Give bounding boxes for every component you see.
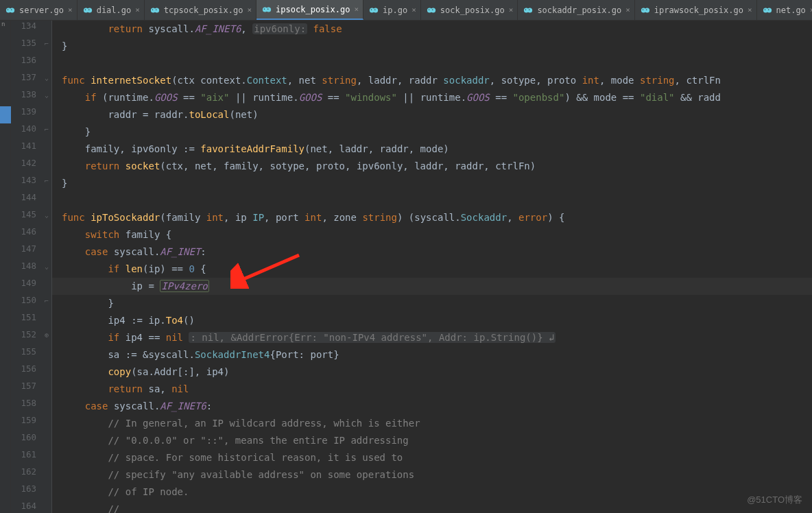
tab-iprawsock-posix-go[interactable]: iprawsock_posix.go ×	[635, 0, 757, 20]
svg-point-11	[156, 9, 156, 10]
go-file-icon	[523, 5, 533, 15]
code-line: raddr = raddr.toLocal(net)	[62, 106, 259, 123]
fold-icon[interactable]: ⌐	[45, 177, 49, 184]
code-line: //	[62, 501, 119, 513]
svg-point-29	[645, 8, 649, 12]
svg-point-31	[646, 9, 647, 10]
code-line: }	[62, 295, 114, 312]
tab-ipsock-posix-go[interactable]: ipsock_posix.go ×	[256, 0, 363, 20]
svg-point-22	[429, 9, 429, 10]
code-line: switch family {	[62, 226, 171, 243]
svg-point-21	[431, 8, 435, 12]
line-number: 158	[13, 398, 36, 408]
close-icon[interactable]: ×	[509, 5, 514, 14]
go-file-icon	[427, 5, 436, 15]
close-icon[interactable]: ×	[135, 5, 140, 14]
line-number: 135	[13, 38, 36, 48]
go-file-icon	[83, 5, 93, 15]
tab-server-go[interactable]: server.go ×	[0, 0, 77, 20]
line-number: 149	[13, 278, 36, 288]
svg-point-26	[525, 9, 526, 10]
tab-net-go[interactable]: net.go ×	[757, 0, 813, 20]
tab-label: tcpsock_posix.go	[164, 5, 243, 15]
svg-point-27	[529, 9, 529, 10]
go-file-icon	[763, 5, 772, 15]
line-number: 143	[13, 175, 36, 185]
line-number: 155	[13, 346, 36, 357]
tab-sockaddr-posix-go[interactable]: sockaddr_posix.go ×	[518, 0, 634, 20]
code-line: // of IP node.	[62, 484, 189, 501]
svg-point-18	[371, 9, 372, 10]
close-icon[interactable]: ×	[411, 5, 416, 14]
svg-point-5	[87, 8, 92, 12]
fold-icon[interactable]: ⌄	[45, 91, 49, 99]
tab-label: iprawsock_posix.go	[654, 5, 743, 15]
code-line: ip = IPv4zero	[52, 278, 812, 295]
tab-label: dial.go	[97, 5, 132, 15]
tab-dial-go[interactable]: dial.go ×	[77, 0, 145, 20]
line-number: 160	[13, 432, 36, 442]
fold-icon[interactable]: ⊕	[45, 331, 49, 339]
breakpoint-marker[interactable]	[0, 106, 11, 123]
go-file-icon	[641, 5, 650, 15]
code-line: if ip4 == nil : nil, &AddrError{Err: "no…	[62, 329, 556, 346]
code-line: copy(sa.Addr[:], ip4)	[62, 363, 229, 381]
code-line: // specify "any available address" on so…	[62, 466, 414, 484]
code-line: }	[62, 38, 67, 55]
line-number: 157	[13, 381, 36, 391]
tab-label: ipsock_posix.go	[276, 5, 350, 14]
tab-label: net.go	[776, 5, 806, 15]
tab-sock-posix-go[interactable]: sock_posix.go ×	[421, 0, 518, 20]
close-icon[interactable]: ×	[748, 5, 752, 14]
line-number: 144	[13, 192, 36, 202]
code-line: }	[62, 123, 91, 141]
svg-point-15	[267, 8, 268, 9]
fold-icon[interactable]: ⌄	[45, 263, 49, 270]
fold-icon[interactable]: ⌄	[45, 211, 49, 219]
tab-label: ip.go	[383, 5, 407, 15]
svg-point-13	[266, 7, 271, 12]
svg-point-6	[84, 9, 85, 10]
tab-label: sockaddr_posix.go	[537, 5, 621, 15]
svg-point-19	[374, 9, 375, 10]
code-line: func ipToSockaddr(family int, ip IP, por…	[62, 209, 564, 226]
line-number: 145	[13, 209, 36, 219]
line-number: 146	[13, 226, 36, 237]
code-line: // "0.0.0.0" or "::", means the entire I…	[62, 432, 409, 449]
svg-point-14	[264, 8, 265, 9]
code-line: if len(ip) == 0 {	[62, 261, 206, 278]
fold-icon[interactable]: ⌐	[45, 297, 49, 305]
svg-point-2	[8, 9, 8, 10]
tab-label: sock_posix.go	[440, 5, 505, 15]
line-number: 161	[13, 449, 36, 460]
svg-point-25	[528, 8, 533, 12]
code-editor[interactable]: return syscall.AF_INET6, ipv6only: false…	[52, 21, 812, 513]
fold-icon[interactable]: ⌐	[45, 40, 49, 47]
line-number: 136	[13, 55, 36, 65]
go-file-icon	[150, 5, 160, 15]
close-icon[interactable]: ×	[625, 5, 630, 14]
line-number: 138	[13, 89, 36, 99]
line-number: 151	[13, 312, 36, 322]
code-line: // space. For some historical reason, it…	[62, 449, 403, 466]
go-file-icon	[262, 5, 272, 14]
gutter: 134 135 136 137 138 139 140 141 142 143 …	[11, 21, 52, 513]
tab-tcpsock-posix-go[interactable]: tcpsock_posix.go ×	[145, 0, 256, 20]
svg-point-9	[154, 8, 159, 12]
close-icon[interactable]: ×	[354, 5, 359, 14]
svg-point-34	[764, 9, 765, 10]
svg-point-1	[10, 8, 14, 12]
code-line: func internetSocket(ctx context.Context,…	[62, 72, 721, 89]
close-icon[interactable]: ×	[68, 5, 73, 14]
line-number: 164	[13, 501, 36, 511]
watermark: @51CTO博客	[747, 494, 802, 506]
fold-icon[interactable]: ⌄	[45, 74, 49, 82]
close-icon[interactable]: ×	[247, 5, 252, 14]
code-line: return sa, nil	[62, 381, 189, 398]
tab-ip-go[interactable]: ip.go ×	[363, 0, 421, 20]
left-rail: n	[0, 21, 11, 513]
code-line: return syscall.AF_INET6, ipv6only: false	[62, 21, 342, 38]
fold-icon[interactable]: ⌐	[45, 126, 49, 133]
line-number: 140	[13, 123, 36, 134]
go-file-icon	[369, 5, 379, 15]
